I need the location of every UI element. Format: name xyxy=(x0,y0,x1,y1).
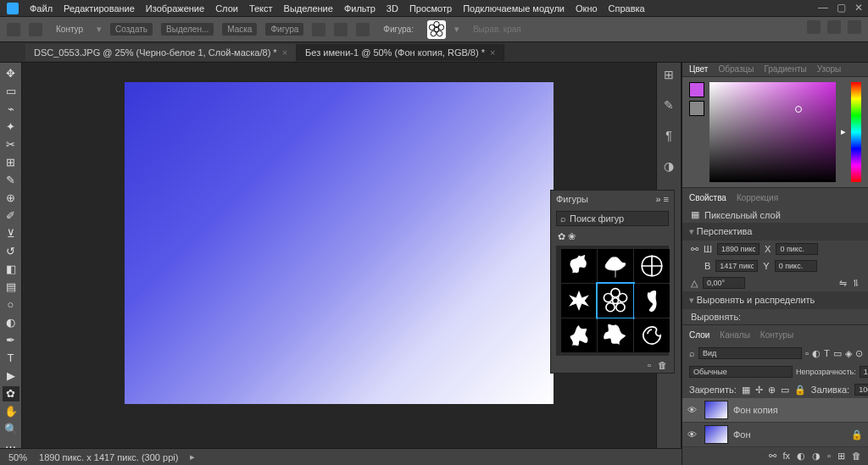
filter-shape-icon[interactable]: ▭ xyxy=(833,348,842,359)
adjust-tab[interactable]: Коррекция xyxy=(737,193,778,202)
hand-tool[interactable]: ✋ xyxy=(3,404,19,419)
doc-tab-2[interactable]: Без имени-1 @ 50% (Фон копия, RGB/8) *× xyxy=(297,44,504,61)
channels-tab[interactable]: Каналы xyxy=(720,330,750,340)
canvas-area[interactable]: Фигуры » ≡ ⌕ Поиск фигур ✿ ❀ ▫🗑 xyxy=(22,63,656,465)
layer-name[interactable]: Фон копия xyxy=(733,405,778,415)
shape-thumb[interactable] xyxy=(634,318,670,352)
create-button[interactable]: Создать xyxy=(110,23,153,36)
color-tab[interactable]: Цвет xyxy=(689,64,708,74)
brush-tool[interactable]: ✐ xyxy=(3,208,19,224)
path-select-tool[interactable]: ▶ xyxy=(3,368,19,384)
collapse-icon[interactable]: » xyxy=(655,194,660,204)
filter-toggle[interactable]: ⊙ xyxy=(855,348,863,359)
align-header[interactable]: Выровнять и распределить xyxy=(697,295,815,305)
filter-icon[interactable]: ⌕ xyxy=(689,348,695,358)
lock-art-icon[interactable]: ▭ xyxy=(781,385,789,396)
flip-h-icon[interactable]: ⇋ xyxy=(839,278,847,289)
gradients-tab[interactable]: Градиенты xyxy=(764,64,806,74)
close-tab-icon[interactable]: × xyxy=(490,47,495,58)
mask-icon[interactable]: ◐ xyxy=(797,451,805,462)
frame-tool[interactable]: ⊞ xyxy=(3,155,19,170)
wand-tool[interactable]: ✦ xyxy=(3,119,19,135)
history-brush-tool[interactable]: ↺ xyxy=(3,244,19,259)
menu-image[interactable]: Изображение xyxy=(146,3,204,14)
layer-filter-input[interactable] xyxy=(698,347,802,359)
stamp-tool[interactable]: ⊻ xyxy=(3,226,19,241)
menu-3d[interactable]: 3D xyxy=(387,3,398,14)
visibility-icon[interactable]: 👁 xyxy=(687,429,699,440)
lock-pix-icon[interactable]: ⊕ xyxy=(768,385,776,396)
bg-color-swatch[interactable] xyxy=(689,101,704,116)
folder-icon[interactable]: ▫ xyxy=(648,360,651,370)
search-icon[interactable] xyxy=(807,20,821,34)
menu-help[interactable]: Справка xyxy=(609,3,645,14)
align-icon[interactable] xyxy=(334,23,348,36)
canvas[interactable] xyxy=(125,82,554,404)
visibility-icon[interactable]: 👁 xyxy=(687,405,699,415)
shape-thumb[interactable] xyxy=(634,249,670,283)
close-tab-icon[interactable]: × xyxy=(282,47,287,58)
filter-txt-icon[interactable]: T xyxy=(824,348,830,358)
align-edges-label[interactable]: Вырав. края xyxy=(468,23,526,36)
lock-icon[interactable]: 🔒 xyxy=(794,385,806,396)
menu-view[interactable]: Просмотр xyxy=(409,3,452,14)
minimize-icon[interactable]: — xyxy=(818,2,828,14)
layer-thumb[interactable] xyxy=(704,401,728,419)
link-icon[interactable]: ⚯ xyxy=(691,244,698,255)
filter-icon-2[interactable]: ❀ xyxy=(568,231,576,241)
shape-thumb[interactable] xyxy=(561,249,597,283)
props-tab[interactable]: Свойства xyxy=(689,193,726,202)
hue-slider[interactable] xyxy=(851,82,861,182)
arrange-icon[interactable] xyxy=(356,23,370,36)
crop-tool[interactable]: ✂ xyxy=(3,137,19,152)
layer-row[interactable]: 👁 Фон 🔒 xyxy=(682,423,868,447)
shape-thumb[interactable] xyxy=(598,249,633,283)
layer-thumb[interactable] xyxy=(704,425,728,444)
zoom-tool[interactable]: 🔍 xyxy=(3,422,19,437)
shape-thumb[interactable] xyxy=(561,284,597,318)
paths-tab[interactable]: Контуры xyxy=(760,330,793,340)
brushes-panel-icon[interactable]: ⊞ xyxy=(661,68,676,83)
libraries-panel-icon[interactable]: ◑ xyxy=(661,159,676,174)
close-icon[interactable]: ✕ xyxy=(854,2,863,14)
shape-thumb-selected[interactable] xyxy=(598,284,633,318)
x-input[interactable] xyxy=(776,243,818,255)
layers-tab[interactable]: Слои xyxy=(689,330,709,340)
menu-select[interactable]: Выделение xyxy=(284,3,333,14)
shape-thumb[interactable] xyxy=(598,318,633,352)
fg-color-swatch[interactable] xyxy=(689,82,704,97)
lock-pos-icon[interactable]: ✢ xyxy=(755,385,763,396)
menu-text[interactable]: Текст xyxy=(249,3,273,14)
shape-preview-icon[interactable] xyxy=(427,20,446,39)
history-panel-icon[interactable]: ✎ xyxy=(661,98,676,113)
y-input[interactable] xyxy=(775,260,817,272)
shape-thumb[interactable] xyxy=(561,318,597,352)
maximize-icon[interactable]: ▢ xyxy=(837,2,846,14)
width-input[interactable] xyxy=(717,243,760,255)
doc-tab-1[interactable]: DSC_0553.JPG @ 25% (Черно-белое 1, Слой-… xyxy=(25,44,297,61)
link-layers-icon[interactable]: ⚯ xyxy=(769,451,776,462)
adjust-icon[interactable]: ◑ xyxy=(812,451,821,462)
filter-img-icon[interactable]: ▫ xyxy=(805,348,809,358)
path-op-icon[interactable] xyxy=(312,23,326,36)
status-menu-icon[interactable]: ▸ xyxy=(190,451,195,462)
heal-tool[interactable]: ⊕ xyxy=(3,191,19,206)
zoom-level[interactable]: 50% xyxy=(8,452,27,462)
lasso-tool[interactable]: ⌁ xyxy=(3,102,19,117)
tool-preset-icon[interactable] xyxy=(29,23,42,36)
mask-button[interactable]: Маска xyxy=(222,23,257,36)
angle-input[interactable] xyxy=(703,277,745,289)
menu-plugins[interactable]: Подключаемые модули xyxy=(463,3,565,14)
lock-all-icon[interactable]: ▦ xyxy=(742,385,750,396)
filter-icon[interactable]: ✿ xyxy=(558,231,565,241)
doc-dimensions[interactable]: 1890 пикс. x 1417 пикс. (300 ppi) xyxy=(39,452,178,462)
select-button[interactable]: Выделен... xyxy=(161,23,214,36)
marquee-tool[interactable]: ▭ xyxy=(3,84,19,99)
menu-window[interactable]: Окно xyxy=(576,3,598,14)
shapes-search[interactable]: ⌕ Поиск фигур xyxy=(556,211,669,226)
gradient-tool[interactable]: ▤ xyxy=(3,280,19,295)
panel-menu-icon[interactable]: ≡ xyxy=(664,194,669,204)
group-icon[interactable]: ▫ xyxy=(827,451,831,462)
height-input[interactable] xyxy=(715,260,758,272)
pen-tool[interactable]: ✒ xyxy=(3,333,19,348)
